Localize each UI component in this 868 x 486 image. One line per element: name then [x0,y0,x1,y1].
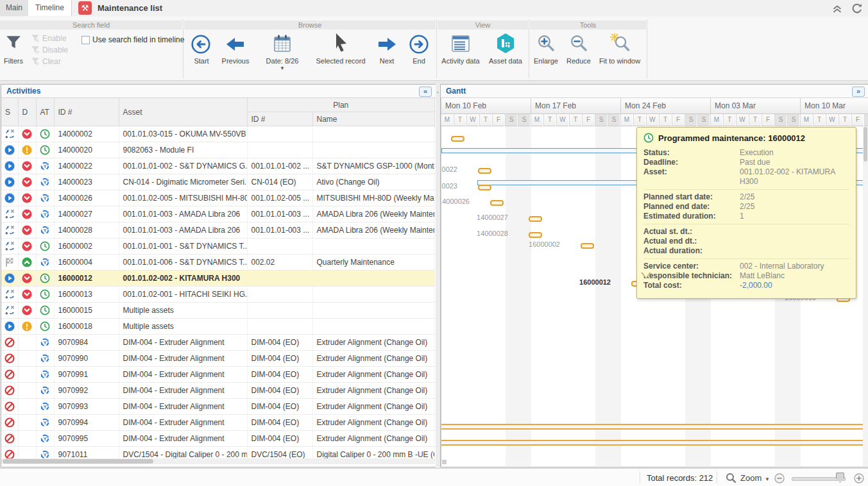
svg-text:Y: Y [44,373,47,377]
activity-asset: 001.01.03-015 - OKUMA MV-550VB [119,126,247,142]
table-row[interactable]: Y14000023CN-014 - Digimatic Micrometer S… [1,174,435,190]
table-row[interactable]: 16000013001.01.02-001 - HITACHI SEIKI HG… [1,287,435,303]
table-row[interactable]: Y14000026001.01.02-005 - MITSUBISHI MH-8… [1,190,435,206]
gantt-vertical-scrollbar[interactable] [863,126,868,466]
disable-filter-icon[interactable] [31,46,40,56]
tooltip-row: Actual end dt.: [643,237,849,246]
plan-id [247,271,312,287]
tooltip-field-value: Past due [740,158,770,167]
column-header-at[interactable]: AT [36,98,54,126]
activities-horizontal-scrollbar[interactable] [1,458,435,464]
clear-filter-label[interactable]: Clear [42,57,61,66]
zoom-menu-button[interactable]: Zoom [740,473,762,483]
table-row[interactable]: Y14000022001.01.01-002 - S&T DYNAMICS G.… [1,158,435,174]
gantt-body[interactable]: 0022002314000026140000271400002816000002… [441,126,868,466]
gantt-task-bar[interactable] [529,216,542,222]
asset-data-button[interactable] [495,33,516,56]
cancelled-icon [4,353,15,364]
enable-filter-icon[interactable] [31,34,40,45]
clear-filter-icon[interactable] [31,57,40,68]
activity-asset: 001.01.02-005 - MITSUBISHI MH-80D [119,190,247,206]
table-row[interactable]: Y9070984DIM-004 - Extruder AlignmentDIM-… [1,335,435,351]
plan-id [247,142,312,158]
enlarge-button[interactable] [536,33,556,54]
gantt-span-bar[interactable] [441,424,864,430]
activity-asset: 9082063 - Module FI [119,142,247,158]
plan-id [247,287,312,303]
gantt-task-bar[interactable] [581,243,594,249]
activity-id: 9070991 [54,367,119,383]
enable-filter-label[interactable]: Enable [42,34,66,43]
column-header-plan[interactable]: Plan [247,98,435,112]
zoom-in-button[interactable] [854,473,864,485]
start-button[interactable] [191,34,211,56]
tooltip-field-value: 1 [740,212,744,221]
activity-id: 14000027 [54,206,119,222]
column-header-asset[interactable]: Asset [119,98,247,126]
table-row[interactable]: 140000209082063 - Module FI [1,142,435,158]
activity-id: 14000002 [54,126,119,142]
next-button[interactable] [376,36,398,54]
tooltip-field-value: Execution [740,148,774,158]
table-row[interactable]: Y16000004001.01.01-006 - S&T DYNAMICS T.… [1,255,435,271]
past-due-icon [22,273,32,283]
table-row[interactable]: Y9070990DIM-004 - Extruder AlignmentDIM-… [1,351,435,367]
column-header-d[interactable]: D [18,98,36,126]
table-row[interactable]: 14000002001.01.03-015 - OKUMA MV-550VB [1,126,435,142]
gantt-task-bar[interactable] [490,200,504,206]
reduce-button[interactable] [569,33,588,54]
table-row[interactable]: Y14000028001.01.01-003 - AMADA Libra 206… [1,222,435,239]
panel-splitter[interactable]: ‹ [436,84,440,471]
refresh-icon[interactable] [851,3,864,14]
table-row[interactable]: Y9070993DIM-004 - Extruder AlignmentDIM-… [1,399,435,415]
zoom-caret-icon[interactable]: ▼ [765,476,770,482]
date-caret-icon[interactable]: ▼ [280,65,285,71]
tooltip-row: Status:Execution [643,148,849,158]
column-header-s[interactable]: S [1,98,18,126]
selected-record-button[interactable] [333,33,350,55]
use-search-field-checkbox[interactable] [81,36,90,44]
table-row[interactable]: Y9070991DIM-004 - Extruder AlignmentDIM-… [1,367,435,383]
gantt-task-bar[interactable] [478,185,491,190]
table-row[interactable]: Y9070994DIM-004 - Extruder AlignmentDIM-… [1,415,435,431]
previous-button[interactable] [225,36,246,54]
tab-timeline[interactable]: Timeline [28,0,72,16]
gantt-task-bar[interactable] [451,136,464,142]
cycle-icon: Y [40,353,50,364]
column-header-id[interactable]: ID # [54,98,119,126]
fit-to-window-button[interactable] [609,33,630,54]
table-row[interactable]: Y14000027001.01.01-003 - AMADA Libra 206… [1,206,435,222]
expand-gantt-icon[interactable]: » [852,87,865,97]
zoom-slider-thumb[interactable] [836,473,844,483]
tooltip-field-label: Actual duration: [643,246,740,256]
table-row[interactable]: Y9070995DIM-004 - Extruder AlignmentDIM-… [1,431,435,447]
collapse-activities-icon[interactable]: « [419,87,432,97]
column-header-plan-id[interactable]: ID # [247,112,312,126]
gantt-bar-label: 14000026 [441,197,470,205]
tab-main[interactable]: Main [0,0,29,16]
activities-horizontal-scrollbar-thumb[interactable] [3,459,153,464]
collapse-ribbon-icon[interactable] [831,3,844,14]
end-button[interactable] [409,34,429,56]
gantt-task-bar[interactable] [529,232,542,238]
table-row[interactable]: 16000002001.01.01-001 - S&T DYNAMICS T..… [1,239,435,255]
table-row[interactable]: 16000012001.01.02-002 - KITAMURA H300 [1,271,435,287]
plan-id [247,126,312,142]
table-row[interactable]: Y9070992DIM-004 - Extruder AlignmentDIM-… [1,383,435,399]
activity-data-button[interactable] [450,33,471,56]
filters-button[interactable] [5,35,22,53]
disable-filter-label[interactable]: Disable [42,46,68,54]
column-header-plan-name[interactable]: Name [312,112,435,126]
gantt-vertical-scrollbar-thumb[interactable] [864,127,867,162]
date-picker-button[interactable] [272,33,293,56]
table-row[interactable]: 16000018Multiple assets [1,319,435,335]
plan-id: DIM-004 (EO) [247,351,312,367]
gantt-task-bar[interactable] [478,168,491,174]
gantt-span-bar[interactable] [441,440,864,446]
table-row[interactable]: 16000015Multiple assets [1,303,435,319]
day-header-cell: M [620,114,633,126]
cycle-icon: Y [40,193,50,203]
zoom-out-button[interactable] [774,473,785,485]
svg-text:Y: Y [44,212,47,217]
day-header-cell: F [851,114,864,126]
